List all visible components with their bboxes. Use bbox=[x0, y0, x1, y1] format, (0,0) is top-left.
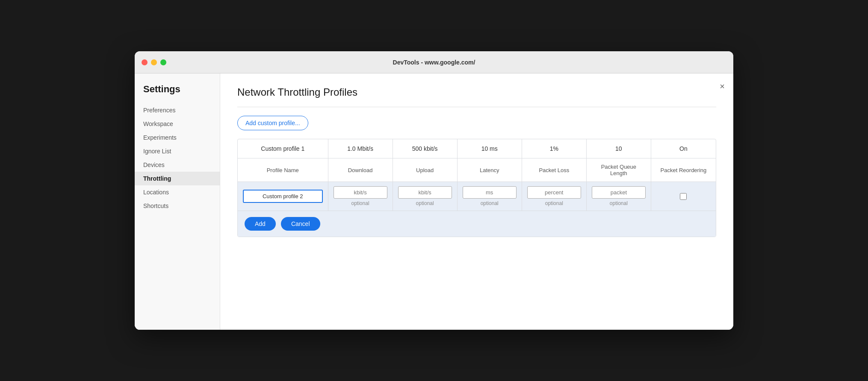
existing-download: 1.0 Mbit/s bbox=[328, 139, 393, 158]
titlebar: DevTools - www.google.com/ bbox=[135, 51, 733, 73]
divider bbox=[237, 107, 716, 107]
window-title: DevTools - www.google.com/ bbox=[393, 59, 475, 66]
header-packet-loss: Packet Loss bbox=[522, 158, 587, 182]
download-optional: optional bbox=[351, 200, 369, 206]
header-profile-name: Profile Name bbox=[238, 158, 328, 182]
actions-row: Add Cancel bbox=[238, 211, 716, 237]
form-cell-latency: optional bbox=[458, 182, 522, 211]
add-button[interactable]: Add bbox=[245, 217, 276, 231]
sidebar-item-workspace[interactable]: Workspace bbox=[135, 117, 220, 131]
form-cell-download: optional bbox=[328, 182, 393, 211]
sidebar-item-preferences[interactable]: Preferences bbox=[135, 103, 220, 117]
profile-name-input[interactable] bbox=[243, 190, 323, 203]
latency-input[interactable] bbox=[463, 186, 517, 199]
form-cell-packet-loss: optional bbox=[522, 182, 587, 211]
existing-packet-reordering: On bbox=[651, 139, 716, 158]
sidebar-item-ignore-list[interactable]: Ignore List bbox=[135, 144, 220, 158]
header-download: Download bbox=[328, 158, 393, 182]
close-button[interactable]: × bbox=[720, 82, 725, 91]
sidebar-item-devices[interactable]: Devices bbox=[135, 158, 220, 172]
sidebar-item-throttling[interactable]: Throttling bbox=[135, 172, 220, 185]
sidebar-item-shortcuts[interactable]: Shortcuts bbox=[135, 199, 220, 213]
content-area: Settings Preferences Workspace Experimen… bbox=[135, 73, 733, 330]
maximize-window-button[interactable] bbox=[160, 59, 166, 65]
packet-queue-input[interactable] bbox=[592, 186, 646, 199]
packet-loss-input[interactable] bbox=[527, 186, 581, 199]
form-cell-name bbox=[238, 182, 328, 211]
devtools-window: DevTools - www.google.com/ Settings Pref… bbox=[135, 51, 733, 330]
packet-reordering-checkbox[interactable] bbox=[680, 193, 687, 200]
existing-packet-queue: 10 bbox=[587, 139, 651, 158]
packet-queue-optional: optional bbox=[610, 200, 628, 206]
packet-loss-optional: optional bbox=[545, 200, 563, 206]
existing-latency: 10 ms bbox=[458, 139, 522, 158]
sidebar: Settings Preferences Workspace Experimen… bbox=[135, 73, 220, 330]
existing-profile-row: Custom profile 1 1.0 Mbit/s 500 kbit/s 1… bbox=[238, 139, 716, 158]
header-upload: Upload bbox=[393, 158, 458, 182]
minimize-window-button[interactable] bbox=[151, 59, 157, 65]
header-latency: Latency bbox=[458, 158, 522, 182]
add-custom-profile-button[interactable]: Add custom profile... bbox=[237, 116, 308, 130]
form-cell-upload: optional bbox=[393, 182, 458, 211]
page-title: Network Throttling Profiles bbox=[237, 86, 716, 98]
header-packet-reordering: Packet Reordering bbox=[651, 158, 716, 182]
traffic-lights bbox=[142, 59, 166, 65]
sidebar-item-locations[interactable]: Locations bbox=[135, 185, 220, 199]
existing-profile-name: Custom profile 1 bbox=[238, 139, 328, 158]
existing-packet-loss: 1% bbox=[522, 139, 587, 158]
new-profile-form-row: optional optional optional optional bbox=[238, 182, 716, 211]
sidebar-item-experiments[interactable]: Experiments bbox=[135, 131, 220, 144]
existing-upload: 500 kbit/s bbox=[393, 139, 458, 158]
upload-input[interactable] bbox=[398, 186, 452, 199]
latency-optional: optional bbox=[481, 200, 499, 206]
main-content: × Network Throttling Profiles Add custom… bbox=[220, 73, 733, 330]
table-header-row: Profile Name Download Upload Latency Pac… bbox=[238, 158, 716, 182]
close-window-button[interactable] bbox=[142, 59, 148, 65]
header-packet-queue: Packet Queue Length bbox=[587, 158, 651, 182]
form-cell-reordering bbox=[651, 182, 716, 211]
sidebar-heading: Settings bbox=[135, 84, 220, 103]
profiles-table: Custom profile 1 1.0 Mbit/s 500 kbit/s 1… bbox=[237, 139, 716, 237]
download-input[interactable] bbox=[334, 186, 387, 199]
upload-optional: optional bbox=[416, 200, 434, 206]
cancel-button[interactable]: Cancel bbox=[281, 217, 320, 231]
form-cell-packet-queue: optional bbox=[587, 182, 651, 211]
